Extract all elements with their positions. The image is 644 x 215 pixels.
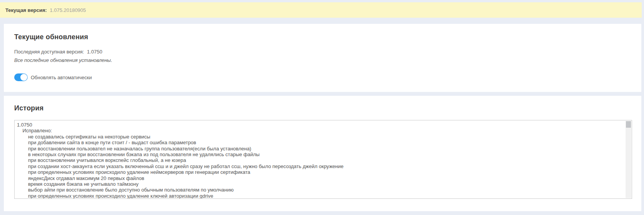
current-version-label: Текущая версия:: [5, 7, 47, 13]
latest-version-line: Последняя доступная версия: 1.0750: [14, 49, 631, 55]
auto-update-label: Обновлять автоматически: [31, 75, 92, 80]
current-version-banner: Текущая версия: 1.075.20180905: [0, 2, 642, 18]
current-updates-title: Текущие обновления: [14, 33, 631, 41]
scrollbar-thumb[interactable]: [626, 121, 631, 128]
changelog-text: 1.0750 Исправлено: не создавались сертиф…: [15, 120, 632, 199]
latest-version-value: 1.0750: [87, 49, 102, 55]
latest-version-label: Последняя доступная версия:: [14, 49, 84, 55]
history-title: История: [14, 104, 632, 112]
changelog-textarea[interactable]: 1.0750 Исправлено: не создавались сертиф…: [14, 120, 632, 199]
changelog-scrollbar[interactable]: [626, 121, 631, 198]
updates-status-note: Все последние обновления установлены.: [14, 57, 631, 63]
auto-update-toggle[interactable]: [14, 73, 28, 81]
history-card: История 1.0750 Исправлено: не создавалис…: [4, 96, 641, 211]
current-version-value: 1.075.20180905: [50, 7, 86, 13]
current-updates-card: Текущие обновления Последняя доступная в…: [4, 24, 641, 92]
toggle-knob-icon: [20, 74, 27, 81]
auto-update-row: Обновлять автоматически: [14, 73, 631, 81]
